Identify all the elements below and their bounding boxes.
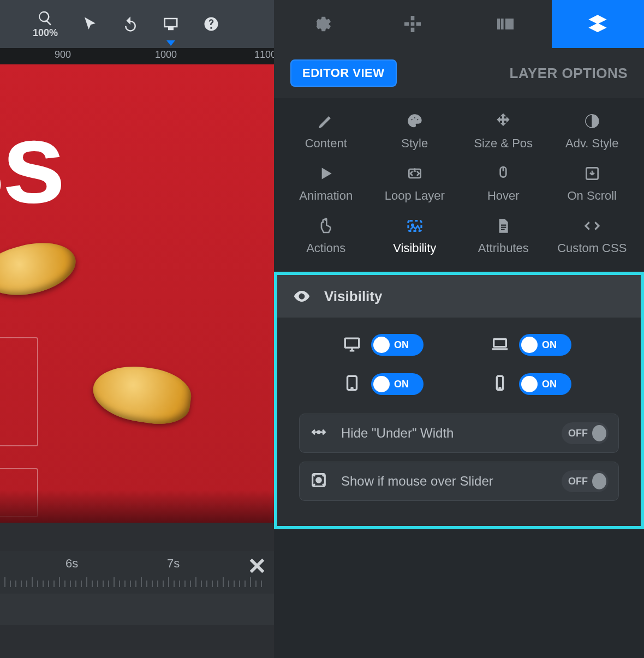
visibility-section-title: Visibility bbox=[324, 288, 382, 305]
layer-tab-actions[interactable]: Actions bbox=[282, 217, 371, 255]
toggle-state-label: ON bbox=[542, 379, 557, 390]
svg-point-14 bbox=[351, 388, 353, 389]
svg-point-17 bbox=[318, 431, 320, 433]
file-icon bbox=[494, 217, 512, 235]
layer-tab-attributes[interactable]: Attributes bbox=[459, 217, 548, 255]
svg-point-1 bbox=[414, 117, 415, 118]
palette-icon bbox=[406, 112, 424, 130]
layer-tab-label: Content bbox=[305, 136, 347, 151]
device-toggle-laptop: ON bbox=[491, 334, 619, 356]
layer-tabs-grid: Content Style Size & Pos Adv. Style Anim… bbox=[274, 98, 644, 268]
canvas-headline-text[interactable]: ness bbox=[0, 97, 63, 229]
timeline-close-button[interactable] bbox=[248, 557, 266, 577]
code-icon bbox=[583, 217, 601, 235]
timeline-mark: 7s bbox=[167, 557, 180, 571]
hide_under_width-icon bbox=[309, 423, 328, 444]
toggle-show_if_mouse_over[interactable]: OFF bbox=[562, 470, 609, 492]
contrast-icon bbox=[583, 112, 601, 130]
desktop-icon bbox=[343, 334, 361, 355]
layer-tab-visibility[interactable]: Visibility bbox=[371, 217, 460, 255]
horizontal-ruler: 900 1000 1100 bbox=[0, 48, 274, 64]
toggle-hide_under_width[interactable]: OFF bbox=[562, 422, 609, 444]
show_if_mouse_over-icon bbox=[309, 471, 328, 492]
tablet-icon bbox=[343, 374, 361, 394]
toggle-phone[interactable]: ON bbox=[519, 373, 571, 395]
layers-icon bbox=[587, 13, 609, 35]
layer-tab-looplayer[interactable]: 1 Loop Layer bbox=[371, 165, 460, 203]
layer-tab-hover[interactable]: Hover bbox=[459, 165, 548, 203]
zoom-icon bbox=[37, 10, 53, 26]
svg-rect-11 bbox=[345, 338, 359, 348]
dpad-icon bbox=[402, 13, 424, 35]
undo-icon bbox=[122, 16, 139, 32]
canvas-image-chip[interactable] bbox=[0, 234, 81, 305]
setting-label: Show if mouse over Slider bbox=[341, 474, 548, 489]
layer-tab-label: Animation bbox=[299, 189, 353, 203]
device-toggle-phone: ON bbox=[491, 373, 619, 395]
toolbar-left: 100% bbox=[0, 0, 274, 48]
zoom-tool[interactable]: 100% bbox=[33, 0, 58, 48]
toggle-knob bbox=[521, 337, 538, 353]
toggle-knob bbox=[521, 376, 538, 392]
visibility-section-header[interactable]: Visibility bbox=[277, 275, 641, 318]
visibility-setting-show_if_mouse_over: Show if mouse over Slider OFF bbox=[299, 462, 619, 501]
tab-layers[interactable] bbox=[552, 0, 645, 48]
toggle-knob bbox=[373, 376, 390, 392]
canvas-layer-outline[interactable] bbox=[0, 337, 38, 446]
touch-icon bbox=[317, 217, 335, 235]
layer-tab-style[interactable]: Style bbox=[371, 112, 460, 151]
svg-point-16 bbox=[499, 388, 500, 389]
layer-tab-label: Custom CSS bbox=[557, 241, 627, 255]
toggle-state-label: OFF bbox=[568, 476, 588, 487]
layer-tab-customcss[interactable]: Custom CSS bbox=[548, 217, 637, 255]
top-toolbar: 100% bbox=[0, 0, 644, 48]
svg-rect-12 bbox=[494, 339, 506, 347]
visibility-settings-list: Hide "Under" Width OFF Show if mouse ove… bbox=[294, 414, 624, 501]
layer-tab-label: Hover bbox=[487, 189, 520, 203]
loop-icon: 1 bbox=[406, 165, 424, 182]
toggle-state-label: ON bbox=[394, 379, 409, 390]
layer-tab-content[interactable]: Content bbox=[282, 112, 371, 151]
timeline[interactable]: 6s 7s bbox=[0, 551, 274, 594]
editor-view-button[interactable]: EDITOR VIEW bbox=[290, 59, 397, 87]
layer-tab-label: Style bbox=[401, 136, 428, 151]
timeline-strip bbox=[0, 594, 274, 625]
layer-tab-advstyle[interactable]: Adv. Style bbox=[548, 112, 637, 151]
pointer-tool[interactable] bbox=[82, 0, 98, 48]
panel-title: LAYER OPTIONS bbox=[510, 65, 628, 82]
device-visibility-toggles: ON ON ON ON bbox=[343, 334, 619, 395]
timeline-ticks bbox=[0, 577, 274, 587]
setting-label: Hide "Under" Width bbox=[341, 426, 548, 441]
toggle-knob bbox=[592, 425, 606, 441]
visibility-setting-hide_under_width: Hide "Under" Width OFF bbox=[299, 414, 619, 453]
layer-tab-label: Actions bbox=[306, 241, 345, 255]
toggle-laptop[interactable]: ON bbox=[519, 334, 571, 356]
laptop-icon bbox=[491, 334, 509, 355]
layer-options-panel: EDITOR VIEW LAYER OPTIONS Content Style … bbox=[274, 48, 644, 658]
toggle-state-label: ON bbox=[394, 339, 409, 351]
layer-tab-label: Size & Pos bbox=[474, 136, 533, 151]
eye-icon bbox=[293, 287, 311, 306]
tab-settings[interactable] bbox=[274, 0, 367, 48]
device-toggle-tablet: ON bbox=[343, 373, 471, 395]
ruler-mark: 1000 bbox=[155, 49, 177, 61]
layer-tab-onscroll[interactable]: On Scroll bbox=[548, 165, 637, 203]
panel-header: EDITOR VIEW LAYER OPTIONS bbox=[274, 48, 644, 98]
toggle-desktop[interactable]: ON bbox=[371, 334, 424, 356]
slide-canvas[interactable]: ness bbox=[0, 64, 274, 523]
toggle-tablet[interactable]: ON bbox=[371, 373, 424, 395]
tab-navigation[interactable] bbox=[367, 0, 460, 48]
ruler-mark: 900 bbox=[55, 49, 71, 61]
layer-tab-animation[interactable]: Animation bbox=[282, 165, 371, 203]
undo-tool[interactable] bbox=[122, 0, 139, 48]
help-tool[interactable] bbox=[203, 0, 219, 48]
svg-point-0 bbox=[411, 119, 413, 121]
help-icon bbox=[203, 16, 219, 32]
svg-point-8 bbox=[325, 218, 327, 220]
layer-tab-sizepos[interactable]: Size & Pos bbox=[459, 112, 548, 151]
timeline-mark: 6s bbox=[65, 557, 78, 571]
device-preview-tool[interactable] bbox=[163, 0, 179, 48]
canvas-image-chip[interactable] bbox=[90, 361, 194, 428]
tab-slides[interactable] bbox=[459, 0, 552, 48]
download-icon bbox=[583, 165, 601, 182]
